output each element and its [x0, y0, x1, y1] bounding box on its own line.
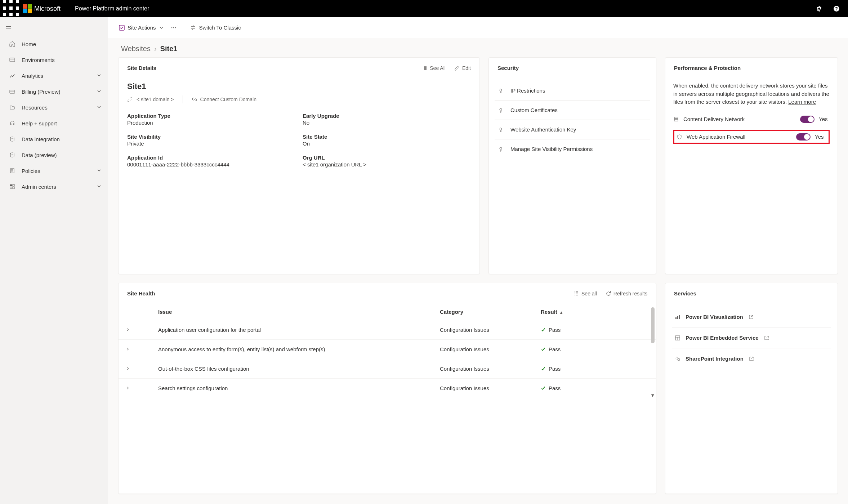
- waf-toggle[interactable]: [796, 133, 811, 141]
- security-item-auth-key[interactable]: Website Authentication Key: [495, 120, 650, 139]
- col-issue[interactable]: Issue: [158, 309, 440, 315]
- col-category[interactable]: Category: [440, 309, 541, 315]
- help-icon[interactable]: [828, 0, 845, 17]
- services-title: Services: [674, 290, 696, 296]
- edit-icon: [127, 97, 133, 102]
- billing-icon: [9, 88, 16, 95]
- see-all-link[interactable]: See All: [422, 65, 446, 71]
- security-item-visibility-perms[interactable]: Manage Site Visibility Permissions: [495, 139, 650, 159]
- sidebar-item-home[interactable]: Home: [0, 36, 108, 52]
- sidebar-item-billing[interactable]: Billing (Preview): [0, 84, 108, 99]
- more-icon: [171, 25, 177, 31]
- svg-point-12: [10, 153, 14, 154]
- expand-icon[interactable]: [126, 366, 158, 372]
- breadcrumb-parent[interactable]: Websites: [121, 45, 151, 53]
- resources-icon: [9, 104, 16, 111]
- popout-icon: [764, 335, 769, 341]
- check-icon: [541, 366, 546, 371]
- waf-label: Web Application Firewall: [687, 134, 792, 140]
- svg-rect-25: [675, 317, 677, 319]
- cdn-label: Content Delivery Network: [683, 116, 796, 122]
- more-actions-button[interactable]: [171, 25, 177, 31]
- list-icon: [573, 291, 579, 296]
- table-row[interactable]: Search settings configuration Configurat…: [119, 379, 656, 398]
- connect-custom-domain-link[interactable]: Connect Custom Domain: [192, 97, 256, 102]
- table-row[interactable]: Out-of-the-box CSS files configuration C…: [119, 359, 656, 379]
- service-item-sharepoint[interactable]: SharePoint Integration: [672, 348, 831, 369]
- col-result[interactable]: Result▲: [541, 309, 649, 315]
- data-icon: [9, 151, 16, 159]
- issue-cell: Application user configuration for the p…: [158, 327, 440, 333]
- service-item-powerbi-viz[interactable]: Power BI Visualization: [672, 307, 831, 327]
- site-actions-button[interactable]: Site Actions: [119, 24, 164, 31]
- sidebar-item-label: Home: [22, 41, 36, 47]
- checkbox-icon: [119, 25, 125, 31]
- check-icon: [541, 347, 546, 352]
- sidebar-item-resources[interactable]: Resources: [0, 99, 108, 115]
- site-domain-value[interactable]: < site1 domain >: [137, 97, 174, 102]
- cdn-toggle[interactable]: [800, 116, 814, 123]
- sidebar-item-data-preview[interactable]: Data (preview): [0, 147, 108, 163]
- brand-name: Microsoft: [34, 5, 61, 13]
- cdn-row: Content Delivery Network Yes: [673, 116, 830, 123]
- wrench-icon: [498, 107, 504, 113]
- expand-icon[interactable]: [126, 346, 158, 352]
- learn-more-link[interactable]: Learn more: [788, 99, 816, 105]
- svg-rect-24: [674, 120, 678, 121]
- expand-icon[interactable]: [126, 385, 158, 391]
- svg-point-21: [175, 27, 176, 28]
- sidebar: Home Environments Analytics Billing (Pre…: [0, 17, 108, 504]
- app-id-label: Application Id: [127, 155, 295, 161]
- chevron-down-icon: [159, 25, 164, 31]
- sidebar-item-label: Resources: [22, 104, 48, 111]
- swap-icon: [190, 25, 196, 31]
- svg-rect-7: [9, 13, 13, 16]
- services-card: Services Power BI Visualization Power BI…: [665, 283, 838, 494]
- security-item-ip[interactable]: IP Restrictions: [495, 81, 650, 101]
- sidebar-item-data-integration[interactable]: Data integration: [0, 131, 108, 147]
- waf-highlight: Web Application Firewall Yes: [673, 130, 830, 144]
- issue-cell: Out-of-the-box CSS files configuration: [158, 366, 440, 372]
- svg-rect-16: [10, 187, 12, 189]
- policies-icon: [9, 167, 16, 174]
- microsoft-logo: Microsoft: [23, 4, 61, 13]
- hamburger-icon[interactable]: [0, 20, 17, 36]
- see-all-link[interactable]: See all: [573, 291, 597, 296]
- org-url-value: < site1 organization URL >: [303, 161, 471, 168]
- table-row[interactable]: Anonymous access to entity form(s), enti…: [119, 340, 656, 359]
- app-launcher-icon[interactable]: [3, 0, 20, 17]
- expand-icon[interactable]: [126, 327, 158, 333]
- security-item-certs[interactable]: Custom Certificates: [495, 101, 650, 120]
- performance-description: When enabled, the content delivery netwo…: [673, 82, 830, 106]
- service-item-powerbi-embedded[interactable]: Power BI Embedded Service: [672, 327, 831, 348]
- site-details-title: Site Details: [127, 65, 156, 71]
- admin-centers-icon: [9, 183, 16, 190]
- refresh-link[interactable]: Refresh results: [606, 291, 647, 296]
- result-cell: Pass: [549, 327, 561, 333]
- sidebar-item-analytics[interactable]: Analytics: [0, 68, 108, 84]
- breadcrumb-separator: ›: [154, 45, 157, 53]
- edit-link[interactable]: Edit: [454, 65, 471, 71]
- settings-icon[interactable]: [811, 0, 828, 17]
- svg-rect-2: [16, 0, 19, 3]
- sidebar-item-help[interactable]: Help + support: [0, 115, 108, 131]
- table-row[interactable]: Application user configuration for the p…: [119, 320, 656, 340]
- result-cell: Pass: [549, 366, 561, 372]
- category-cell: Configuration Issues: [440, 327, 541, 333]
- app-title: Power Platform admin center: [75, 5, 149, 12]
- chevron-down-icon: [96, 72, 102, 79]
- security-title: Security: [497, 65, 519, 71]
- bar-chart-icon: [675, 314, 680, 320]
- svg-point-11: [10, 137, 14, 138]
- issue-cell: Anonymous access to entity form(s), enti…: [158, 346, 440, 352]
- scroll-down-icon[interactable]: ▼: [650, 393, 655, 398]
- switch-classic-button[interactable]: Switch To Classic: [190, 24, 241, 31]
- svg-rect-6: [3, 13, 6, 16]
- sidebar-item-admin-centers[interactable]: Admin centers: [0, 179, 108, 195]
- popout-icon: [749, 356, 754, 362]
- svg-rect-22: [674, 117, 678, 118]
- scrollbar[interactable]: [651, 307, 655, 343]
- sidebar-item-policies[interactable]: Policies: [0, 163, 108, 179]
- sidebar-item-environments[interactable]: Environments: [0, 52, 108, 68]
- svg-rect-5: [16, 6, 19, 10]
